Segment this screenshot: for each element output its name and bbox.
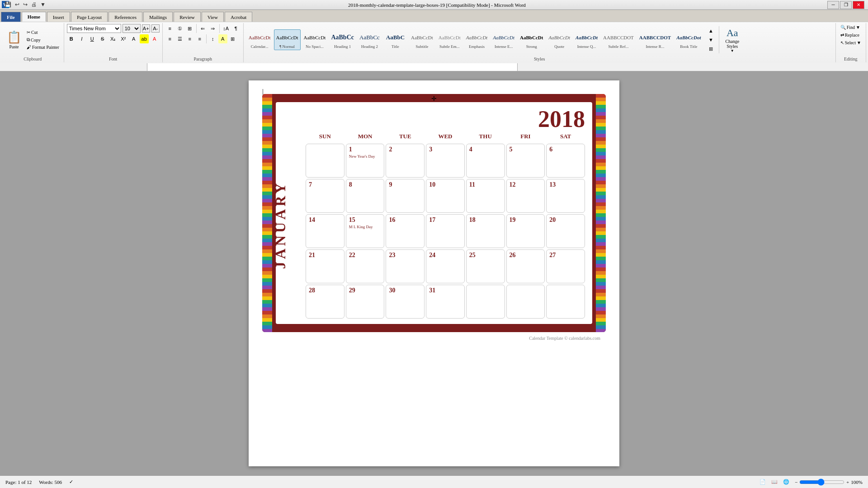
bold-btn[interactable]: B — [67, 34, 76, 43]
font-name-select[interactable]: Times New Rom — [67, 24, 121, 33]
calendar-cell[interactable]: 21 — [306, 249, 344, 283]
underline-btn[interactable]: U — [88, 34, 97, 43]
style-calendar[interactable]: AaBbCcDt Calendar... — [246, 29, 273, 50]
font-color-btn[interactable]: A — [150, 34, 159, 43]
minimize-btn[interactable]: ─ — [827, 1, 839, 9]
styles-expand[interactable]: ⊞ — [707, 44, 716, 53]
calendar-cell[interactable] — [506, 285, 545, 319]
calendar-cell[interactable]: 16 — [386, 214, 425, 248]
style-subtle-ref[interactable]: AaBbCcDot Subtle Ref... — [601, 29, 636, 50]
grow-font-btn[interactable]: A+ — [142, 24, 150, 33]
view-web-btn[interactable]: 🌐 — [783, 479, 789, 485]
line-spacing-btn[interactable]: ↕ — [208, 34, 217, 43]
increase-indent-btn[interactable]: ⇒ — [208, 24, 217, 33]
calendar-cell[interactable]: 15M L King Day — [346, 214, 385, 248]
font-size-select[interactable]: 10 — [123, 24, 141, 33]
zoom-out-btn[interactable]: − — [795, 479, 797, 485]
calendar-cell[interactable]: 11 — [466, 179, 505, 213]
calendar-cell[interactable]: 25 — [466, 249, 505, 283]
calendar-cell[interactable]: 29 — [346, 285, 385, 319]
calendar-cell[interactable]: 30 — [386, 285, 425, 319]
calendar-cell[interactable]: 14 — [306, 214, 344, 248]
style-subtitle[interactable]: AaBbCcDt Subtitle — [409, 29, 435, 50]
decrease-indent-btn[interactable]: ⇐ — [198, 24, 208, 33]
close-btn[interactable]: ✕ — [853, 1, 864, 9]
replace-button[interactable]: ⇄ Replace — [839, 32, 861, 38]
justify-btn[interactable]: ≡ — [195, 34, 204, 43]
style-intense-q[interactable]: AaBbCcDt Intense Q... — [573, 29, 600, 50]
proofing-icon[interactable]: ✓ — [69, 479, 73, 485]
calendar-cell[interactable]: 5 — [506, 144, 545, 178]
calendar-cell[interactable]: 13 — [546, 179, 585, 213]
zoom-slider[interactable] — [799, 479, 844, 486]
undo-qat-btn[interactable]: ↩ — [14, 1, 20, 9]
calendar-cell[interactable]: 12 — [506, 179, 545, 213]
subscript-btn[interactable]: X₂ — [108, 34, 118, 43]
tab-file[interactable]: File — [1, 12, 21, 22]
numbering-btn[interactable]: ① — [175, 24, 184, 33]
show-formatting-btn[interactable]: ¶ — [231, 24, 241, 33]
calendar-cell[interactable]: 31 — [426, 285, 465, 319]
view-reading-btn[interactable]: 📖 — [771, 479, 778, 485]
calendar-cell[interactable]: 8 — [346, 179, 385, 213]
calendar-cell[interactable]: 1New Year's Day — [346, 144, 385, 178]
shrink-font-btn[interactable]: A- — [151, 24, 160, 33]
text-effects-btn[interactable]: A — [129, 34, 138, 43]
style-normal[interactable]: AaBbCcDt ¶ Normal — [274, 29, 301, 50]
align-center-btn[interactable]: ☰ — [175, 34, 184, 43]
calendar-cell[interactable]: 2 — [386, 144, 425, 178]
zoom-in-btn[interactable]: + — [846, 479, 849, 485]
tab-home[interactable]: Home — [22, 12, 46, 22]
tab-view[interactable]: View — [202, 12, 224, 22]
calendar-cell[interactable]: 24 — [426, 249, 465, 283]
strikethrough-btn[interactable]: S — [98, 34, 107, 43]
style-heading1[interactable]: AaBbCc Heading 1 — [329, 29, 356, 50]
format-painter-button[interactable]: 🖌 Format Painter — [25, 44, 61, 51]
print-qat-btn[interactable]: 🖨 — [30, 1, 38, 9]
calendar-cell[interactable]: 22 — [346, 249, 385, 283]
tab-review[interactable]: Review — [174, 12, 201, 22]
text-highlight-btn[interactable]: ab — [140, 34, 149, 43]
move-handle[interactable]: ✛ — [431, 95, 437, 103]
style-heading2[interactable]: AaBbCc Heading 2 — [357, 29, 382, 50]
styles-scroll-up[interactable]: ▲ — [707, 26, 716, 35]
align-left-btn[interactable]: ≡ — [165, 34, 175, 43]
calendar-cell[interactable]: 23 — [386, 249, 425, 283]
style-emphasis[interactable]: AaBbCcDt Emphasis — [464, 29, 490, 50]
redo-qat-btn[interactable]: ↪ — [22, 1, 28, 9]
style-quote[interactable]: AaBbCcDt Quote — [546, 29, 572, 50]
calendar-cell[interactable] — [306, 144, 344, 178]
calendar-cell[interactable]: 10 — [426, 179, 465, 213]
multilevel-btn[interactable]: ⊞ — [185, 24, 194, 33]
calendar-cell[interactable]: 7 — [306, 179, 344, 213]
calendar-cell[interactable] — [546, 285, 585, 319]
calendar-cell[interactable]: 18 — [466, 214, 505, 248]
calendar-cell[interactable]: 28 — [306, 285, 344, 319]
style-title[interactable]: AaBbC Title — [383, 29, 408, 50]
sort-btn[interactable]: ↕A — [222, 24, 231, 33]
style-intense-r[interactable]: AaBbCcDot Intense R... — [637, 29, 673, 50]
superscript-btn[interactable]: X² — [119, 34, 128, 43]
paste-button[interactable]: 📋 Paste — [5, 29, 24, 51]
qat-dropdown-btn[interactable]: ▼ — [39, 1, 47, 9]
calendar-cell[interactable]: 3 — [426, 144, 465, 178]
copy-button[interactable]: ⧉ Copy — [25, 36, 61, 43]
style-subtle-em[interactable]: AaBbCcDt Subtle Em... — [436, 29, 463, 50]
save-qat-btn[interactable]: 💾 — [4, 1, 12, 9]
calendar-cell[interactable]: 26 — [506, 249, 545, 283]
cut-button[interactable]: ✂ Cut — [25, 29, 61, 36]
style-strong[interactable]: AaBbCcDt Strong — [518, 29, 545, 50]
italic-btn[interactable]: I — [77, 34, 86, 43]
style-no-spacing[interactable]: AaBbCcDt No Spaci... — [302, 29, 328, 50]
calendar-cell[interactable]: 17 — [426, 214, 465, 248]
borders-btn[interactable]: ⊞ — [228, 34, 237, 43]
tab-insert[interactable]: Insert — [47, 12, 70, 22]
find-button[interactable]: 🔍 Find ▼ — [839, 24, 862, 31]
change-styles-button[interactable]: Aa ChangeStyles ▼ — [722, 25, 743, 55]
calendar-cell[interactable]: 9 — [386, 179, 425, 213]
view-print-btn[interactable]: 📄 — [760, 479, 766, 485]
style-book-title[interactable]: AaBbCcDot Book Title — [674, 29, 703, 50]
calendar-cell[interactable] — [466, 285, 505, 319]
tab-mailings[interactable]: Mailings — [143, 12, 173, 22]
shading-btn[interactable]: A — [218, 34, 227, 43]
